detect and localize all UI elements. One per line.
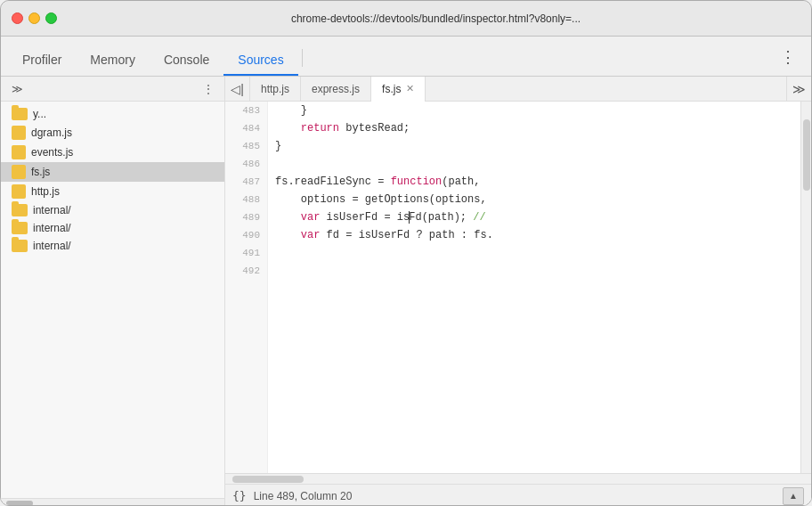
sidebar-toolbar: ≫ ⋮ [1, 77, 224, 102]
code-line: } [275, 137, 793, 155]
tab-http-js[interactable]: http.js [250, 77, 301, 102]
file-name: fs.js [31, 166, 50, 178]
editor-tabbar: ◁| http.js express.js fs.js ✕ ≫ [225, 77, 811, 102]
list-item[interactable]: http.js [1, 182, 224, 201]
code-line: return bytesRead; [275, 119, 793, 137]
code-line [275, 244, 793, 262]
editor-more-tabs-button[interactable]: ≫ [786, 77, 811, 102]
list-item[interactable]: dgram.js [1, 123, 224, 143]
code-line: options = getOptions(options, [275, 191, 793, 208]
file-list: y... dgram.js events.js fs.js http.js in… [1, 102, 224, 498]
line-number: 483 [225, 102, 267, 119]
js-file-icon [12, 145, 26, 159]
list-item[interactable]: y... [1, 105, 224, 123]
tab-console[interactable]: Console [150, 45, 223, 76]
list-item[interactable]: internal/ [1, 201, 224, 219]
tab-profiler[interactable]: Profiler [8, 45, 76, 76]
file-name: http.js [31, 185, 60, 198]
line-number: 492 [225, 262, 267, 280]
tab-fs-js[interactable]: fs.js ✕ [371, 77, 426, 102]
sidebar-collapse-button[interactable]: ≫ [8, 81, 27, 97]
file-sidebar: ≫ ⋮ y... dgram.js events.js fs.js [1, 77, 225, 506]
main-tabbar: Profiler Memory Console Sources ⋮ [1, 37, 811, 77]
tab-label: fs.js [382, 83, 401, 95]
line-number: 491 [225, 244, 267, 262]
line-numbers: 483 484 485 486 487 488 489 490 491 492 [225, 102, 268, 473]
tab-express-js[interactable]: express.js [301, 77, 371, 102]
tab-label: http.js [261, 83, 289, 95]
statusbar: {} Line 489, Column 20 ▲ [225, 484, 811, 506]
file-name: internal/ [33, 240, 71, 252]
line-number: 485 [225, 137, 267, 155]
code-scroll[interactable]: 483 484 485 486 487 488 489 490 491 492 [225, 102, 811, 473]
folder-icon [12, 204, 28, 216]
folder-icon [12, 222, 28, 234]
line-number: 488 [225, 191, 267, 208]
code-line-active: var isUserFd = isFd(path); // [275, 208, 793, 226]
folder-icon [12, 108, 28, 120]
statusbar-right: ▲ [783, 487, 804, 505]
horizontal-scrollbar[interactable] [225, 473, 811, 484]
vertical-scrollbar[interactable] [800, 102, 811, 473]
sidebar-scrollbar[interactable] [1, 498, 224, 506]
more-tabs-button[interactable]: ⋮ [773, 47, 804, 67]
format-button[interactable]: ▲ [783, 487, 804, 505]
traffic-lights [12, 12, 57, 24]
tab-memory[interactable]: Memory [76, 45, 150, 76]
file-name: events.js [31, 146, 73, 159]
tab-close-button[interactable]: ✕ [406, 83, 414, 94]
code-line [275, 262, 793, 280]
code-wrapper: 483 484 485 486 487 488 489 490 491 492 [225, 102, 811, 484]
tabbar-divider [302, 49, 303, 67]
file-name: internal/ [33, 204, 71, 216]
js-file-icon [12, 126, 26, 140]
code-line [275, 155, 793, 173]
close-button[interactable] [12, 12, 23, 24]
maximize-button[interactable] [45, 12, 57, 24]
back-icon: ◁| [231, 82, 244, 96]
code-line: } [275, 102, 793, 119]
line-number: 489 [225, 208, 267, 226]
sidebar-more-button[interactable]: ⋮ [199, 81, 217, 97]
list-item[interactable]: internal/ [1, 219, 224, 237]
list-item[interactable]: internal/ [1, 237, 224, 255]
main-content: ≫ ⋮ y... dgram.js events.js fs.js [1, 77, 811, 506]
hscroll-thumb [232, 476, 304, 483]
js-file-icon [12, 184, 26, 199]
js-file-icon [12, 165, 26, 179]
tab-label: express.js [312, 83, 360, 95]
folder-icon [12, 240, 28, 252]
file-name: internal/ [33, 222, 71, 234]
code-editor[interactable]: } return bytesRead; } fs.readFileSync = … [268, 102, 800, 473]
cursor-position: Line 489, Column 20 [254, 490, 353, 502]
sidebar-scroll-thumb [6, 501, 33, 506]
line-number: 486 [225, 155, 267, 173]
list-item[interactable]: events.js [1, 143, 224, 162]
titlebar-url: chrome-devtools://devtools/bundled/inspe… [71, 12, 800, 25]
code-line: fs.readFileSync = function(path, [275, 173, 793, 191]
minimize-button[interactable] [28, 12, 40, 24]
list-item-active[interactable]: fs.js [1, 162, 224, 182]
editor-back-button[interactable]: ◁| [225, 77, 250, 102]
tab-sources[interactable]: Sources [223, 45, 297, 76]
line-number: 487 [225, 173, 267, 191]
file-name: dgram.js [31, 126, 72, 139]
editor-area: ◁| http.js express.js fs.js ✕ ≫ 483 [225, 77, 811, 506]
line-number: 490 [225, 226, 267, 244]
file-name: y... [33, 108, 46, 120]
format-toggle[interactable]: {} [232, 489, 247, 502]
code-line: var fd = isUserFd ? path : fs. [275, 226, 793, 244]
vscroll-thumb [803, 119, 810, 191]
code-content: 483 484 485 486 487 488 489 490 491 492 [225, 102, 811, 473]
titlebar: chrome-devtools://devtools/bundled/inspe… [1, 1, 811, 37]
line-number: 484 [225, 119, 267, 137]
